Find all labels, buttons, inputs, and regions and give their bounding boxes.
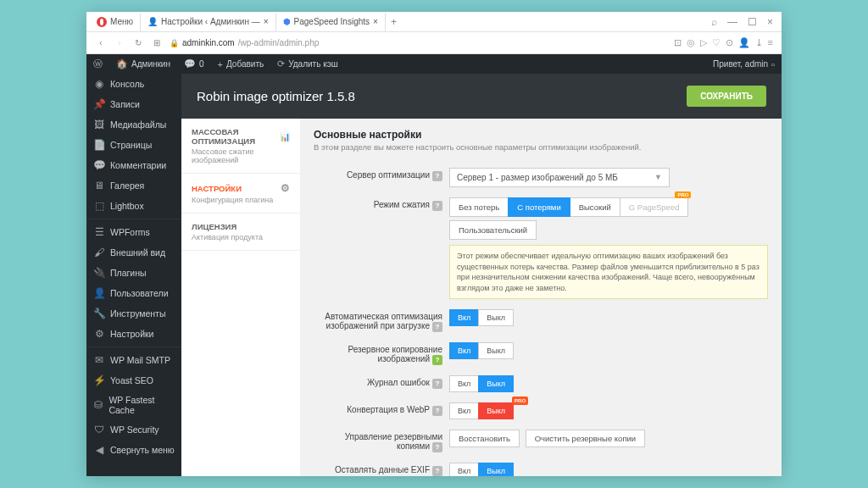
sidebar-icon: 🔧 — [93, 308, 105, 319]
mode-option[interactable]: Высокий — [570, 197, 620, 217]
tab-icon: 👤 — [147, 17, 158, 26]
mode-option[interactable]: Без потерь — [449, 197, 509, 217]
sidebar-label: Плагины — [110, 268, 147, 278]
browser-actions: ⊡ ◎ ▷ ♡ ⊙ 👤 ⤓ ≡ — [674, 37, 773, 48]
url-domain: adminkin.com — [182, 38, 235, 47]
wp-logo[interactable]: ⓦ — [86, 54, 109, 74]
user-greeting[interactable]: Привет, admin▫ — [706, 54, 782, 74]
sidebar-label: Медиафайлы — [110, 119, 166, 130]
ext-icon[interactable]: ⊡ — [674, 37, 682, 48]
help-icon[interactable]: ? — [432, 171, 442, 181]
sidebar-icon: 💬 — [93, 159, 105, 171]
opera-icon — [97, 17, 107, 27]
sidebar-item[interactable]: ✉WP Mail SMTP — [86, 350, 181, 370]
sidebar-item[interactable]: ⚙Настройки — [86, 324, 181, 344]
apps-icon[interactable]: ⊞ — [151, 38, 163, 47]
sidebar-item[interactable]: ◀Свернуть меню — [86, 440, 181, 460]
sidebar-label: WP Fastest Cache — [108, 395, 175, 415]
download-icon[interactable]: ⤓ — [755, 37, 763, 48]
tab-admin[interactable]: 👤 Настройки ‹ Админкин — × — [141, 13, 276, 31]
browser-window: Меню 👤 Настройки ‹ Админкин — × ⬢ PageSp… — [86, 12, 782, 476]
url-bar: ‹ › ↻ ⊞ 🔒 adminkin.com/wp-admin/admin.ph… — [86, 32, 782, 54]
webp-toggle[interactable]: ВклВыклPRO — [449, 402, 528, 419]
settings-tab[interactable]: ЛИЦЕНЗИЯАктивация продукта — [181, 214, 300, 251]
settings-tab[interactable]: НАСТРОЙКИ⚙Конфигурация плагина — [181, 174, 300, 214]
help-icon[interactable]: ? — [432, 379, 442, 389]
close-button[interactable]: × — [762, 16, 778, 28]
sidebar-item[interactable]: 📌Записи — [86, 94, 181, 114]
mode-option[interactable]: С потерями — [508, 197, 570, 217]
log-toggle[interactable]: ВклВыкл — [449, 375, 514, 392]
reload-button[interactable]: ↻ — [132, 38, 144, 47]
ext-icon[interactable]: ⊙ — [726, 37, 733, 48]
clear-backups-button[interactable]: Очистить резервные копии — [526, 430, 646, 447]
save-button[interactable]: СОХРАНИТЬ — [687, 86, 766, 107]
tab-desc: Массовое сжатие изображений — [192, 147, 290, 164]
sidebar-item[interactable]: 👤Пользователи — [86, 283, 181, 303]
sidebar-label: WP Security — [110, 424, 159, 435]
sidebar-label: Внешний вид — [110, 247, 165, 258]
comments-link[interactable]: 💬0 — [177, 54, 211, 74]
sidebar-item[interactable]: 🖼Медиафайлы — [86, 114, 181, 135]
settings-tab[interactable]: МАССОВАЯ ОПТИМИЗАЦИЯ📊Массовое сжатие изо… — [181, 119, 300, 174]
help-icon[interactable]: ? — [432, 466, 442, 476]
add-new[interactable]: +Добавить — [211, 54, 271, 74]
ext-icon[interactable]: ▷ — [700, 37, 707, 48]
sidebar-item[interactable]: 🔧Инструменты — [86, 303, 181, 324]
sidebar-item[interactable]: ⛁WP Fastest Cache — [86, 391, 181, 419]
site-name[interactable]: 🏠Админкин — [109, 54, 177, 74]
url-field[interactable]: 🔒 adminkin.com/wp-admin/admin.php — [170, 38, 667, 47]
help-icon[interactable]: ? — [432, 355, 442, 365]
sidebar-icon: 📌 — [93, 98, 105, 110]
close-icon[interactable]: × — [373, 17, 378, 26]
lock-icon: 🔒 — [170, 39, 179, 47]
chevron-down-icon: ▼ — [654, 173, 662, 182]
minimize-button[interactable]: — — [722, 16, 743, 28]
sidebar-item[interactable]: 🖌Внешний вид — [86, 242, 181, 263]
settings-tabs: МАССОВАЯ ОПТИМИЗАЦИЯ📊Массовое сжатие изо… — [181, 119, 300, 476]
sidebar-icon: ☰ — [93, 226, 105, 238]
search-icon[interactable]: ⌕ — [706, 16, 722, 28]
tab-desc: Активация продукта — [192, 233, 290, 241]
sidebar-item[interactable]: ⬚Lightbox — [86, 196, 181, 216]
content: ⓦ 🏠Админкин 💬0 +Добавить ⟳Удалить кэш Пр… — [86, 54, 782, 476]
wp-admin-bar: ⓦ 🏠Админкин 💬0 +Добавить ⟳Удалить кэш Пр… — [86, 54, 782, 74]
help-icon[interactable]: ? — [432, 406, 442, 416]
server-select[interactable]: Сервер 1 - размер изображений до 5 МБ ▼ — [449, 168, 670, 187]
sidebar-label: WPForms — [110, 227, 150, 237]
menu-icon[interactable]: ≡ — [768, 37, 773, 48]
profile-icon[interactable]: 👤 — [738, 37, 750, 48]
ext-icon[interactable]: ◎ — [687, 37, 695, 48]
tab-pagespeed[interactable]: ⬢ PageSpeed Insights × — [276, 13, 386, 31]
sidebar-icon: 🖥 — [93, 180, 105, 191]
sidebar-item[interactable]: ⚡Yoast SEO — [86, 370, 181, 391]
maximize-button[interactable]: ☐ — [743, 16, 762, 28]
ext-icon[interactable]: ♡ — [712, 37, 721, 48]
backup-toggle[interactable]: ВклВыкл — [449, 342, 514, 359]
sidebar-item[interactable]: 🛡WP Security — [86, 419, 181, 440]
opera-menu[interactable]: Меню — [90, 13, 141, 31]
help-icon[interactable]: ? — [432, 442, 442, 452]
exif-toggle[interactable]: ВклВыкл — [449, 463, 514, 476]
forward-button[interactable]: › — [114, 38, 125, 47]
sidebar-item[interactable]: 💬Комментарии — [86, 155, 181, 175]
sidebar-icon: ◀ — [93, 444, 105, 456]
sidebar-item[interactable]: 🖥Галерея — [86, 175, 181, 196]
sidebar-item[interactable]: 📄Страницы — [86, 135, 181, 155]
mode-option-custom[interactable]: Пользовательский — [449, 220, 537, 240]
help-icon[interactable]: ? — [432, 201, 442, 211]
back-button[interactable]: ‹ — [95, 38, 107, 47]
sidebar-item[interactable]: 🔌Плагины — [86, 263, 181, 283]
restore-button[interactable]: Восстановить — [449, 430, 520, 447]
close-icon[interactable]: × — [264, 17, 269, 26]
plugin-header: Robin image optimizer 1.5.8 СОХРАНИТЬ — [181, 74, 782, 119]
mode-option[interactable]: G PageSpeedPRO — [620, 197, 689, 217]
auto-toggle[interactable]: ВклВыкл — [449, 309, 514, 326]
new-tab-button[interactable]: + — [386, 16, 402, 28]
clear-cache[interactable]: ⟳Удалить кэш — [270, 54, 345, 74]
sidebar-item[interactable]: ☰WPForms — [86, 222, 181, 242]
sidebar-item[interactable]: ◉Консоль — [86, 74, 181, 94]
sidebar-icon: ⬚ — [93, 200, 105, 212]
main-area: Robin image optimizer 1.5.8 СОХРАНИТЬ МА… — [181, 74, 782, 476]
help-icon[interactable]: ? — [432, 322, 442, 332]
